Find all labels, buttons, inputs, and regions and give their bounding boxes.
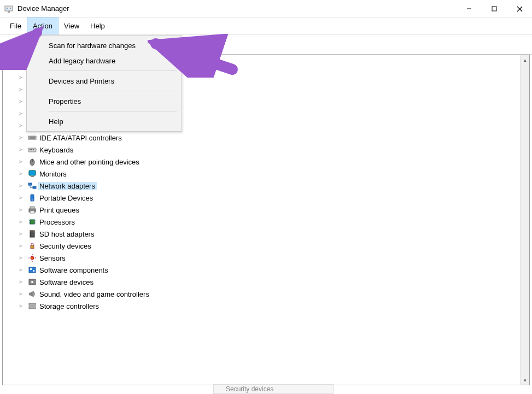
chevron-right-icon[interactable]: > — [19, 147, 27, 152]
tree-item-network[interactable]: >Network adapters — [4, 180, 519, 192]
monitor-icon — [27, 169, 38, 178]
tree-item-label: Print queues — [38, 206, 81, 214]
menu-view[interactable]: View — [59, 17, 85, 34]
menu-help[interactable]: Help — [27, 114, 182, 129]
tree-item-sd[interactable]: >SD host adapters — [4, 228, 519, 240]
chevron-right-icon[interactable]: > — [19, 303, 27, 309]
printer-icon — [27, 205, 38, 214]
tree-item-label: Software devices — [38, 278, 95, 286]
chevron-right-icon[interactable]: > — [19, 183, 27, 189]
chevron-right-icon[interactable]: > — [19, 159, 27, 164]
softdev-icon — [27, 278, 38, 286]
tree-item-label: Keyboards — [38, 146, 75, 154]
menu-scan-hardware[interactable]: Scan for hardware changes — [27, 38, 182, 53]
scroll-down-icon[interactable]: ▾ — [521, 375, 529, 385]
menu-file[interactable]: File — [4, 17, 27, 34]
menu-separator — [49, 91, 177, 91]
chevron-right-icon[interactable]: > — [19, 135, 27, 140]
portable-icon — [27, 193, 38, 202]
tree-item-portable[interactable]: >Portable Devices — [4, 192, 519, 204]
chevron-right-icon[interactable]: > — [19, 243, 27, 249]
chevron-right-icon[interactable]: > — [19, 111, 27, 116]
network-icon — [27, 181, 38, 190]
window-title: Device Manager — [17, 4, 69, 13]
tree-item-label: Security devices — [38, 242, 93, 250]
menu-properties[interactable]: Properties — [27, 93, 182, 109]
chevron-right-icon[interactable]: > — [19, 219, 27, 225]
app-icon — [4, 4, 13, 13]
tree-item-mouse[interactable]: >Mice and other pointing devices — [4, 156, 519, 168]
chevron-right-icon[interactable]: > — [19, 255, 27, 261]
tree-item-sound[interactable]: >Sound, video and game controllers — [4, 288, 519, 300]
cpu-icon — [27, 217, 38, 226]
chevron-right-icon[interactable]: > — [19, 231, 27, 237]
chevron-right-icon[interactable]: > — [19, 195, 27, 201]
tree-item-label: Portable Devices — [38, 194, 95, 202]
tree-item-sensor[interactable]: >Sensors — [4, 252, 519, 264]
tree-item-label: Software components — [38, 266, 110, 274]
chevron-down-icon: ▾ — [7, 63, 15, 69]
ghost-label: Security devices — [226, 385, 273, 393]
tree-item-storage[interactable]: >Storage controllers — [4, 300, 519, 312]
tree-item-softcomp[interactable]: >Software components — [4, 264, 519, 276]
menubar: File Action View Help — [0, 17, 532, 35]
mouse-icon — [27, 157, 38, 166]
tree-item-label: IDE ATA/ATAPI controllers — [38, 134, 124, 142]
chevron-right-icon[interactable]: > — [19, 279, 27, 285]
svg-rect-58 — [492, 7, 496, 11]
chevron-right-icon[interactable]: > — [19, 267, 27, 273]
menu-devices-and-printers[interactable]: Devices and Printers — [27, 73, 182, 89]
sensor-icon — [27, 254, 38, 262]
menu-add-legacy-hardware[interactable]: Add legacy hardware — [27, 53, 182, 68]
tree-item-printer[interactable]: >Print queues — [4, 204, 519, 216]
chevron-right-icon[interactable]: > — [19, 171, 27, 177]
ide-icon — [27, 133, 38, 142]
vertical-scrollbar[interactable]: ▴ ▾ — [520, 55, 529, 385]
softcomp-icon — [27, 266, 38, 274]
menu-action[interactable]: Action — [27, 17, 59, 34]
action-dropdown: Scan for hardware changes Add legacy har… — [26, 35, 182, 132]
tree-item-softdev[interactable]: >Software devices — [4, 276, 519, 288]
chevron-right-icon[interactable]: > — [19, 99, 27, 104]
tree-item-label: Sound, video and game controllers — [38, 290, 151, 298]
tree-item-keyboard[interactable]: >Keyboards — [4, 144, 519, 156]
tree-item-cpu[interactable]: >Processors — [4, 216, 519, 228]
back-button[interactable] — [4, 39, 16, 50]
tree-item-label: Sensors — [38, 254, 67, 262]
maximize-button[interactable] — [482, 0, 507, 17]
minimize-button[interactable] — [457, 0, 482, 17]
menu-separator — [49, 111, 177, 111]
tree-item-security[interactable]: >Security devices — [4, 240, 519, 252]
chevron-right-icon[interactable]: > — [19, 87, 27, 92]
chevron-right-icon[interactable]: > — [19, 123, 27, 128]
chevron-right-icon[interactable]: > — [19, 207, 27, 213]
sd-icon — [27, 230, 38, 238]
chevron-right-icon[interactable]: > — [19, 291, 27, 297]
tree-item-label: Network adapters — [38, 182, 97, 190]
storage-icon — [27, 302, 38, 310]
menu-separator — [49, 70, 177, 71]
keyboard-icon — [27, 145, 38, 154]
tree-item-ide[interactable]: >IDE ATA/ATAPI controllers — [4, 132, 519, 144]
tree-item-label: Processors — [38, 218, 77, 226]
tree-item-label: Mice and other pointing devices — [38, 158, 141, 166]
tree-item-label: Monitors — [38, 170, 68, 178]
ghost-row: Security devices — [213, 384, 334, 394]
sound-icon — [27, 290, 38, 298]
scroll-up-icon[interactable]: ▴ — [521, 55, 529, 64]
tree-item-label: SD host adapters — [38, 230, 96, 238]
security-icon — [27, 242, 38, 250]
chevron-right-icon[interactable]: > — [19, 75, 27, 80]
close-button[interactable] — [507, 0, 532, 17]
tree-item-monitor[interactable]: >Monitors — [4, 168, 519, 180]
tree-item-label: Storage controllers — [38, 302, 101, 310]
titlebar: Device Manager — [0, 0, 532, 17]
menu-help[interactable]: Help — [85, 17, 110, 34]
